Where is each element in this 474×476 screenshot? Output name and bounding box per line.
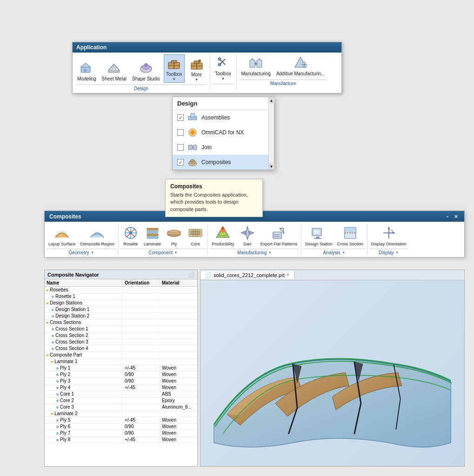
design-station-label: Design Station	[305, 242, 333, 247]
nav-row[interactable]: ⊕Ply 7 0/90 Woven	[45, 430, 197, 436]
composites-checkbox[interactable]: ✓	[177, 159, 184, 165]
composites-min-btn[interactable]: -	[445, 213, 450, 220]
3d-model-view	[205, 285, 460, 460]
nav-cell-material: ABS	[160, 391, 197, 397]
nav-row[interactable]: ⊕Rosette 1	[45, 293, 197, 300]
export-flat-icon	[270, 225, 287, 241]
ply-label: Ply	[171, 242, 177, 247]
nav-cell-name: ⊕Ply 5	[45, 417, 123, 423]
app-toolbar-header: Application	[73, 42, 341, 53]
composites-header-btns: - ×	[445, 213, 460, 220]
nav-cell-material: Woven	[160, 430, 197, 436]
nav-row[interactable]: ⊕Ply 2 0/90 Woven	[45, 371, 197, 378]
comp-item-laminate[interactable]: Laminate	[142, 224, 163, 248]
more-icon	[189, 56, 204, 71]
toolbar-item-toolbox2[interactable]: Toolbox ▼	[213, 54, 234, 82]
nav-cell-orientation: +/-45	[123, 365, 160, 371]
nav-cell-orientation	[123, 407, 160, 408]
nav-row[interactable]: ▸Composite Part	[45, 352, 197, 358]
nav-row[interactable]: ⊕Cross Section 3	[45, 339, 197, 345]
nav-cell-orientation	[123, 394, 160, 395]
comp-item-design-station[interactable]: Design Station	[303, 224, 334, 248]
nav-row[interactable]: ⊕Ply 8 +/-45 Woven	[45, 436, 197, 443]
nav-cell-orientation: +/-45	[123, 436, 160, 443]
omnicad-checkbox[interactable]	[177, 129, 184, 136]
toolbar-item-additive[interactable]: Additive Manufacturin...	[274, 54, 327, 78]
comp-item-producibility[interactable]: Producibility	[210, 224, 236, 248]
nav-row[interactable]: ⊕Ply 6 0/90 Woven	[45, 423, 197, 430]
svg-point-16	[218, 58, 221, 60]
nav-row[interactable]: ⊕Cross Section 1	[45, 326, 197, 332]
viewport-tab[interactable]: 📄 solid_cores_2212_complete.prt ×	[200, 271, 294, 279]
nav-row[interactable]: ⊕Core 2 Epoxy	[45, 397, 197, 404]
comp-item-layup-surface[interactable]: Layup Surface	[47, 224, 77, 248]
comp-item-ply[interactable]: Ply	[164, 224, 184, 248]
comp-item-display-orientation[interactable]: Display Orientation	[369, 224, 408, 248]
rosette-label: Rosette	[124, 242, 138, 247]
comp-item-core[interactable]: Core	[185, 224, 206, 248]
nav-row[interactable]: ▸Design Stations	[45, 300, 197, 306]
nav-row[interactable]: ▸Cross Sections	[45, 319, 197, 326]
comp-item-export-flat[interactable]: Export Flat Patterns	[259, 224, 300, 248]
viewport-tab-bar: 📄 solid_cores_2212_complete.prt ×	[200, 270, 464, 280]
tab-label: solid_cores_2212_complete.prt	[214, 272, 285, 278]
toolbar-item-toolbox[interactable]: Toolbox ▼	[164, 54, 184, 83]
comp-item-composite-region[interactable]: Composite Region	[78, 224, 116, 248]
comp-item-dart[interactable]: Dart	[237, 224, 258, 248]
rosette-icon	[122, 225, 139, 241]
nav-row[interactable]: ⊕Core 3 Aluminum_6...	[45, 404, 197, 410]
toolbar-item-more[interactable]: More ▼	[187, 55, 207, 83]
design-group-label: Design	[75, 85, 207, 91]
composites-close-btn[interactable]: ×	[452, 213, 460, 220]
toolbar-item-modeling[interactable]: Modeling	[75, 60, 98, 83]
nav-cell-name: ▸Rosettes	[45, 287, 123, 293]
comp-icons-row-geometry: Layup Surface Composite Region	[47, 224, 116, 248]
composites-icon	[187, 157, 198, 167]
scroll-up[interactable]: ▲	[269, 97, 274, 104]
dropdown-item-assemblies[interactable]: ✓ Assemblies	[173, 110, 274, 125]
dropdown-item-omnicad[interactable]: OmniCAD for NX	[173, 125, 274, 140]
core-icon	[187, 225, 204, 241]
nav-row[interactable]: ⊕Design Station 1	[45, 306, 197, 313]
nav-cell-material: Woven	[160, 365, 197, 371]
comp-item-rosette[interactable]: Rosette	[120, 224, 141, 248]
tab-icon: 📄	[205, 272, 212, 278]
sheet-metal-icon	[107, 60, 121, 75]
assemblies-checkbox[interactable]: ✓	[177, 114, 184, 121]
viewport-canvas[interactable]	[200, 280, 464, 466]
nav-cell-orientation: 0/90	[123, 378, 160, 384]
nav-cell-name: ▸Composite Part	[45, 352, 123, 358]
comp-group-component: Rosette Laminate	[119, 224, 208, 255]
nav-row[interactable]: ▸Laminate 1	[45, 358, 197, 365]
nav-row[interactable]: ⊕Ply 4 +/-45 Woven	[45, 384, 197, 391]
svg-rect-18	[250, 60, 255, 67]
nav-row[interactable]: ⊕Design Station 2	[45, 313, 197, 319]
nav-row[interactable]: ▸Rosettes	[45, 287, 197, 293]
nav-row[interactable]: ⊕Core 1 ABS	[45, 391, 197, 397]
nav-cell-material: Woven	[160, 436, 197, 443]
nav-row[interactable]: ▸Laminate 2	[45, 410, 197, 417]
nav-row[interactable]: ⊕Ply 3 0/90 Woven	[45, 378, 197, 384]
cross-section-label: Cross Section	[337, 242, 363, 247]
join-checkbox[interactable]	[177, 144, 184, 151]
nav-cell-name: ▸Laminate 1	[45, 358, 123, 364]
dropdown-item-composites[interactable]: ✓ Composites	[173, 155, 274, 170]
tab-close-btn[interactable]: ×	[287, 272, 289, 278]
toolbar-item-shape-studio[interactable]: Shape Studio	[130, 60, 162, 83]
nav-row[interactable]: ⊕Ply 5 +/-45 Woven	[45, 417, 197, 423]
toolbar-item-manufacturing[interactable]: Manufacturing	[240, 54, 273, 78]
nav-cell-name: ⊕Cross Section 1	[45, 326, 123, 332]
dropdown-item-join[interactable]: Join	[173, 140, 274, 155]
nav-expand-btn[interactable]: ⬜	[188, 271, 194, 278]
nav-cell-name: ⊕Ply 6	[45, 423, 123, 430]
nav-row[interactable]: ⊕Cross Section 4	[45, 345, 197, 352]
nav-cell-material: Epoxy	[160, 397, 197, 403]
nav-cell-name: ⊕Ply 2	[45, 371, 123, 377]
nav-row[interactable]: ⊕Cross Section 2	[45, 332, 197, 339]
nav-cell-name: ⊕Design Station 1	[45, 306, 123, 312]
nav-row[interactable]: ⊕Ply 1 +/-45 Woven	[45, 365, 197, 371]
scroll-down[interactable]: ▼	[269, 163, 274, 170]
comp-item-cross-section[interactable]: Cross Section	[335, 224, 365, 248]
nav-table-header: Name Orientation Material	[45, 279, 197, 287]
toolbar-item-sheet-metal[interactable]: Sheet Metal	[100, 60, 128, 83]
